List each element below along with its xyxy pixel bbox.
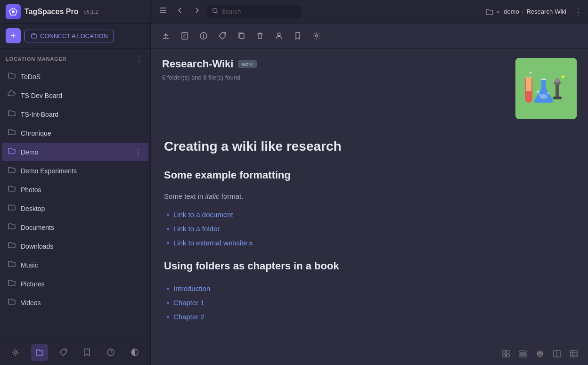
photos-menu-btn[interactable]: ⋮ [133,185,143,194]
demo-menu-btn[interactable]: ⋮ [133,147,143,156]
table-view-button[interactable] [566,346,581,361]
wiki-title: Research-Wiki work [162,58,515,70]
ts-int-board-menu-btn[interactable]: ⋮ [133,110,143,119]
downloads-menu-btn[interactable]: ⋮ [133,242,143,251]
pictures-menu-btn[interactable]: ⋮ [133,279,143,288]
sidebar-item-desktop[interactable]: Desktop ⋮ [2,199,148,218]
svg-point-15 [316,35,318,37]
breadcrumb-location: demo [504,8,519,15]
sidebar-item-downloads[interactable]: Downloads ⋮ [2,237,148,255]
sidebar-item-music[interactable]: Music ⋮ [2,256,148,274]
svg-point-23 [555,78,560,83]
info-button[interactable] [195,27,212,44]
external-link-icon: ⧉ [249,241,253,246]
sidebar-item-label-todos: ToDoS [21,73,123,81]
wiki-h1: Creating a wiki like research [164,136,575,157]
svg-rect-20 [555,84,559,98]
wiki-title-area: Research-Wiki work 6 folder(s) and 8 fil… [162,58,515,81]
ts-dev-board-menu-btn[interactable]: ⋮ [133,91,143,100]
link-introduction[interactable]: Introduction [173,284,210,292]
sidebar-item-label-music: Music [21,261,133,269]
sidebar-item-label-demo-experiments: Demo Experiments [21,167,133,175]
folders-footer-button[interactable] [31,344,48,361]
location-manager-header: LOCATION MANAGER ⋮ [0,49,150,67]
svg-rect-2 [32,34,36,38]
svg-rect-34 [520,353,526,355]
connect-location-button[interactable]: CONNECT A LOCATION [24,30,114,42]
sidebar-item-demo[interactable]: Demo ⋮ [2,143,148,161]
sidebar-header: TagSpaces Pro v5.1.2 [0,0,150,24]
sidebar-item-photos[interactable]: Photos ⋮ [2,180,148,199]
folder-icon-6 [8,184,16,195]
forward-button[interactable] [190,5,204,18]
link-to-folder[interactable]: Link to a folder [173,225,220,233]
folder-icon-8 [8,222,16,233]
hamburger-menu-button[interactable] [156,4,170,19]
breadcrumb-folder-button[interactable] [486,8,501,16]
todos-menu-btn[interactable]: ⋮ [133,72,143,81]
back-button[interactable] [173,5,187,18]
sidebar-item-chronique[interactable]: Chronique ⋮ [2,124,148,142]
topbar-kebab-button[interactable]: ⋮ [574,7,582,17]
link-to-document[interactable]: Link to a document [173,211,233,219]
sidebar-item-ts-dev-board[interactable]: TS Dev Board ⋮ [2,86,148,105]
grid-view-button[interactable] [498,346,514,361]
help-footer-button[interactable]: ? [102,344,119,361]
wiki-meta: 6 folder(s) and 8 file(s) found [162,74,515,81]
sidebar-item-ts-int-board[interactable]: TS-Int-Board ⋮ [2,105,148,123]
treemap-view-button[interactable] [532,346,547,361]
new-file-button[interactable] [176,27,193,44]
wiki-content: Creating a wiki like research Some examp… [151,129,588,365]
wiki-tag-badge: work [238,60,256,68]
videos-menu-btn[interactable]: ⋮ [133,298,143,307]
bookmarks-footer-button[interactable] [79,344,96,361]
sidebar-item-label-desktop: Desktop [21,205,133,212]
sidebar-item-label-downloads: Downloads [21,243,133,250]
sidebar-item-label-ts-dev-board: TS Dev Board [21,92,133,99]
sidebar-item-label-documents: Documents [21,224,133,231]
sidebar-item-pictures[interactable]: Pictures ⋮ [2,275,148,293]
sidebar-item-documents[interactable]: Documents ⋮ [2,218,148,236]
breadcrumb-separator: / [522,8,524,15]
user-button[interactable] [270,27,287,44]
split-view-button[interactable] [549,346,564,361]
location-manager-title: LOCATION MANAGER [6,56,66,62]
settings-toolbar-button[interactable] [308,27,325,44]
link-to-external[interactable]: Link to external website⧉ [173,239,253,247]
sidebar-item-todos[interactable]: ToDoS 📌 ⋮ [2,67,148,86]
sidebar-item-demo-experiments[interactable]: Demo Experiments ⋮ [2,162,148,180]
sidebar-item-label-ts-int-board: TS-Int-Board [21,111,133,118]
search-input[interactable] [221,8,297,15]
music-menu-btn[interactable]: ⋮ [133,260,143,269]
link-chapter-1[interactable]: Chapter 1 [173,299,204,307]
content-area: Research-Wiki work 6 folder(s) and 8 fil… [151,49,588,365]
demo-experiments-menu-btn[interactable]: ⋮ [133,166,143,175]
list-item: Link to a document [164,208,575,222]
chronique-menu-btn[interactable]: ⋮ [133,129,143,138]
copy-button[interactable] [233,27,250,44]
svg-rect-9 [182,32,188,39]
tag-button[interactable] [214,27,231,44]
list-view-button[interactable] [515,346,531,361]
documents-menu-btn[interactable]: ⋮ [133,223,143,232]
svg-rect-21 [553,97,562,99]
svg-point-24 [537,90,539,93]
folder-icon-11 [8,278,16,289]
add-location-button[interactable]: + [6,28,21,43]
sidebar-item-videos[interactable]: Videos ⋮ [2,293,148,312]
cloud-icon [8,90,16,101]
theme-footer-button[interactable] [126,344,143,361]
link-chapter-2[interactable]: Chapter 2 [173,313,204,321]
bookmark-button[interactable] [289,27,306,44]
svg-rect-31 [503,354,506,357]
folder-icon-9 [8,241,16,251]
chevron-down-icon [495,9,501,15]
delete-button[interactable] [252,27,269,44]
folder-icon-4 [8,146,16,157]
svg-point-3 [14,351,17,354]
desktop-menu-btn[interactable]: ⋮ [133,204,143,213]
location-manager-menu-button[interactable]: ⋮ [133,53,145,64]
tags-footer-button[interactable] [55,344,72,361]
settings-footer-button[interactable] [7,344,24,361]
upload-button[interactable] [157,27,174,44]
